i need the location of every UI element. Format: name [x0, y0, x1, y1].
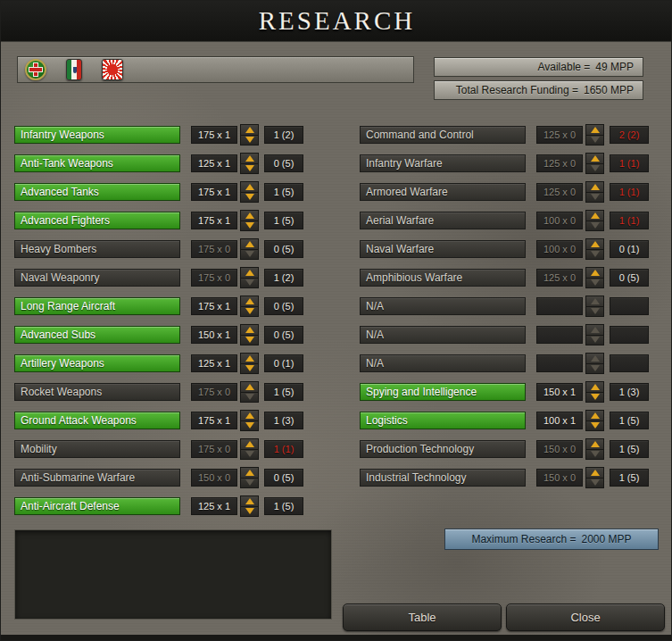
- down-arrow-icon: [591, 422, 600, 429]
- decrease-research-button[interactable]: [241, 279, 258, 288]
- research-category-label[interactable]: Long Range Aircraft: [14, 297, 180, 315]
- increase-research-button[interactable]: [586, 382, 603, 393]
- research-cost-box: 150 x 1: [191, 326, 237, 344]
- decrease-research-button[interactable]: [241, 421, 258, 431]
- increase-research-button[interactable]: [586, 125, 603, 136]
- decrease-research-button[interactable]: [586, 221, 603, 231]
- decrease-research-button[interactable]: [241, 507, 258, 517]
- research-category-label[interactable]: Naval Weaponry: [14, 269, 180, 287]
- research-level-value: 1 (5): [274, 501, 295, 512]
- increase-research-button[interactable]: [241, 239, 258, 250]
- research-category-label[interactable]: Anti-Aircraft Defense: [14, 497, 180, 515]
- decrease-research-button[interactable]: [241, 164, 258, 174]
- flag-icon-italy-tricolor[interactable]: [66, 59, 82, 80]
- increase-research-button[interactable]: [586, 439, 603, 450]
- research-category-label[interactable]: Advanced Tanks: [14, 183, 180, 201]
- increase-research-button[interactable]: [586, 411, 603, 421]
- research-category-label[interactable]: Aerial Warfare: [360, 212, 526, 229]
- increase-research-button[interactable]: [241, 382, 258, 393]
- increase-research-button[interactable]: [241, 439, 258, 450]
- decrease-research-button[interactable]: [241, 450, 258, 460]
- research-level-box: 0 (5): [264, 297, 303, 315]
- up-arrow-icon: [591, 327, 600, 333]
- research-category-label[interactable]: Industrial Technology: [360, 469, 526, 487]
- increase-research-button[interactable]: [586, 182, 603, 193]
- increase-research-button[interactable]: [586, 325, 603, 336]
- table-button[interactable]: Table: [343, 604, 502, 631]
- up-arrow-icon: [245, 355, 254, 362]
- research-spinner: [240, 353, 259, 374]
- research-category-label[interactable]: Command and Control: [360, 126, 526, 144]
- increase-research-button[interactable]: [241, 296, 258, 307]
- decrease-research-button[interactable]: [586, 393, 603, 403]
- research-category-label[interactable]: Infantry Warfare: [360, 154, 526, 172]
- decrease-research-button[interactable]: [241, 193, 258, 203]
- research-category-label[interactable]: Ground Attack Weapons: [14, 412, 180, 429]
- increase-research-button[interactable]: [586, 296, 603, 307]
- research-category-label[interactable]: Anti-Tank Weapons: [14, 154, 180, 172]
- research-spinner: [585, 296, 604, 317]
- research-level-box: 0 (1): [610, 240, 649, 258]
- increase-research-button[interactable]: [241, 268, 258, 279]
- decrease-research-button[interactable]: [586, 279, 603, 288]
- research-category-label[interactable]: Artillery Weapons: [14, 354, 180, 372]
- increase-research-button[interactable]: [586, 154, 603, 164]
- flag-icon-green-cross-roundel[interactable]: [25, 59, 46, 80]
- increase-research-button[interactable]: [586, 211, 603, 221]
- decrease-research-button[interactable]: [241, 393, 258, 403]
- decrease-research-button[interactable]: [241, 336, 258, 345]
- research-category-label[interactable]: Naval Warfare: [360, 240, 526, 258]
- decrease-research-button[interactable]: [241, 221, 258, 231]
- increase-research-button[interactable]: [241, 182, 258, 193]
- close-button[interactable]: Close: [506, 604, 665, 631]
- research-level-box: 1 (1): [610, 154, 649, 172]
- research-category-label[interactable]: Rocket Weapons: [14, 383, 180, 401]
- decrease-research-button[interactable]: [586, 421, 603, 431]
- flag-icon-japan-rising-sun[interactable]: [102, 59, 123, 80]
- decrease-research-button[interactable]: [586, 450, 603, 460]
- decrease-research-button[interactable]: [586, 250, 603, 260]
- research-spinner: [240, 296, 259, 317]
- research-category-label[interactable]: Armored Warfare: [360, 183, 526, 201]
- research-category-label[interactable]: Infantry Weapons: [14, 126, 180, 144]
- decrease-research-button[interactable]: [241, 136, 258, 146]
- down-arrow-icon: [245, 165, 254, 171]
- up-arrow-icon: [591, 127, 600, 133]
- decrease-research-button[interactable]: [241, 307, 258, 317]
- research-category-label[interactable]: N/A: [360, 326, 526, 344]
- research-category-label[interactable]: Advanced Subs: [14, 326, 180, 344]
- increase-research-button[interactable]: [241, 325, 258, 336]
- research-category-label[interactable]: Anti-Submarine Warfare: [14, 469, 180, 487]
- decrease-research-button[interactable]: [586, 136, 603, 146]
- decrease-research-button[interactable]: [241, 364, 258, 374]
- increase-research-button[interactable]: [241, 354, 258, 364]
- research-category-label[interactable]: Spying and Intelligence: [360, 383, 526, 401]
- research-category-label[interactable]: Heavy Bombers: [14, 240, 180, 258]
- decrease-research-button[interactable]: [586, 364, 603, 374]
- research-category-label[interactable]: Amphibious Warfare: [360, 269, 526, 287]
- decrease-research-button[interactable]: [241, 479, 258, 488]
- increase-research-button[interactable]: [241, 411, 258, 421]
- increase-research-button[interactable]: [241, 154, 258, 164]
- increase-research-button[interactable]: [241, 496, 258, 507]
- increase-research-button[interactable]: [586, 268, 603, 279]
- decrease-research-button[interactable]: [586, 164, 603, 174]
- decrease-research-button[interactable]: [586, 336, 603, 345]
- research-category-label[interactable]: Mobility: [14, 440, 180, 458]
- decrease-research-button[interactable]: [241, 250, 258, 260]
- research-category-label[interactable]: N/A: [360, 297, 526, 315]
- decrease-research-button[interactable]: [586, 307, 603, 317]
- increase-research-button[interactable]: [586, 239, 603, 250]
- research-category-label[interactable]: Production Technology: [360, 440, 526, 458]
- decrease-research-button[interactable]: [586, 193, 603, 203]
- research-category-label[interactable]: Logistics: [360, 412, 526, 429]
- research-category-label[interactable]: Advanced Fighters: [14, 212, 180, 229]
- increase-research-button[interactable]: [586, 468, 603, 479]
- decrease-research-button[interactable]: [586, 479, 603, 488]
- increase-research-button[interactable]: [241, 211, 258, 221]
- increase-research-button[interactable]: [586, 354, 603, 364]
- research-spinner: [585, 181, 604, 203]
- increase-research-button[interactable]: [241, 125, 258, 136]
- increase-research-button[interactable]: [241, 468, 258, 479]
- research-category-label[interactable]: N/A: [360, 354, 526, 372]
